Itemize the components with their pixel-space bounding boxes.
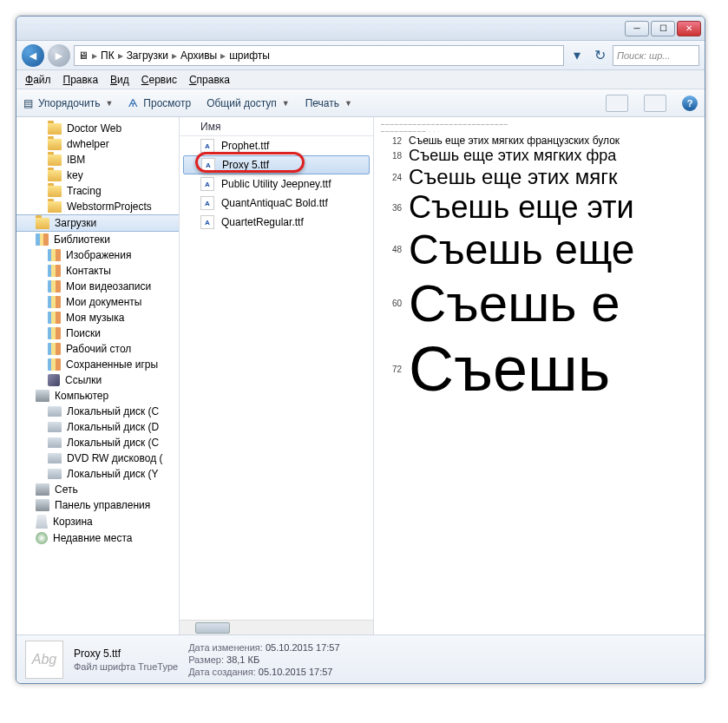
tree-item[interactable]: Tracing (16, 183, 179, 199)
organize-icon: ▤ (23, 97, 33, 109)
tree-item[interactable]: Панель управления (16, 497, 179, 513)
lib-icon (48, 280, 61, 292)
crumb-archives[interactable]: Архивы (180, 49, 217, 62)
tree-item-label: key (67, 169, 83, 181)
print-button[interactable]: Печать ▼ (305, 97, 352, 109)
preview-sample-line: 48Съешь еще (374, 226, 705, 273)
preview-sample-text: Съешь еще этих мягких фра (409, 147, 616, 165)
share-button[interactable]: Общий доступ ▼ (207, 97, 290, 109)
crumb-fonts[interactable]: шрифты (229, 49, 270, 62)
tree-item[interactable]: Сохраненные игры (16, 357, 179, 372)
preview-sample-text: Съешь еще (409, 226, 635, 273)
menu-edit[interactable]: Правка (63, 74, 99, 86)
tree-item[interactable]: Ссылки (16, 372, 179, 388)
file-item[interactable]: APublic Utility Jeepney.ttf (180, 174, 373, 194)
tree-item[interactable]: Загрузки (16, 214, 179, 232)
tree-item[interactable]: WebstormProjects (16, 199, 179, 214)
tree-item[interactable]: dwhelper (16, 136, 179, 152)
history-dropdown[interactable]: ▾ (567, 46, 587, 65)
tree-item[interactable]: Компьютер (16, 388, 179, 404)
organize-label: Упорядочить (38, 97, 100, 109)
menu-tools[interactable]: Сервис (141, 74, 177, 86)
close-button[interactable]: ✕ (677, 21, 701, 36)
tree-item[interactable]: IBM (16, 152, 179, 168)
pc-icon (36, 390, 49, 402)
tree-item[interactable]: Библиотеки (16, 232, 179, 247)
preview-label: Просмотр (143, 97, 191, 109)
preview-size-label: 24 (374, 173, 402, 182)
search-placeholder: Поиск: шр... (617, 50, 670, 61)
crumb-pc[interactable]: ПК (101, 49, 115, 62)
f-icon (48, 139, 62, 150)
tree-item[interactable]: Изображения (16, 247, 179, 263)
scrollbar-thumb[interactable] (195, 622, 230, 634)
tree-item[interactable]: Поиски (16, 325, 179, 341)
pc-icon: 🖥 (78, 49, 89, 62)
details-size-label: Размер: (188, 654, 224, 665)
tree-item-label: dwhelper (67, 138, 109, 150)
details-bar: Abg Proxy 5.ttf Файл шрифта TrueType Дат… (16, 634, 705, 683)
preview-sample-line: 18Съешь еще этих мягких фра (374, 147, 705, 165)
chevron-right-icon: ▸ (172, 49, 177, 62)
file-item[interactable]: AProphet.ttf (180, 136, 373, 155)
forward-button[interactable]: ► (48, 44, 70, 67)
tree-item[interactable]: Сеть (16, 482, 179, 497)
minimize-button[interactable]: ─ (625, 21, 649, 36)
tree-item[interactable]: Корзина (16, 513, 179, 530)
preview-size-label: 72 (374, 365, 402, 374)
tree-item[interactable]: DVD RW дисковод ( (16, 450, 179, 466)
share-label: Общий доступ (207, 97, 277, 109)
crumb-downloads[interactable]: Загрузки (127, 49, 168, 62)
preview-icon: Ѧ (128, 97, 138, 109)
tree-item[interactable]: Локальный диск (D (16, 419, 179, 435)
chevron-right-icon: ▸ (118, 49, 123, 62)
tree-item-label: Корзина (53, 516, 93, 528)
tree-item[interactable]: Контакты (16, 263, 179, 279)
preview-pane-button[interactable] (644, 95, 666, 112)
tree-item[interactable]: Локальный диск (Y (16, 466, 179, 482)
search-input[interactable]: Поиск: шр... (613, 45, 699, 66)
menu-help[interactable]: Справка (189, 74, 230, 86)
details-filename: Proxy 5.ttf (74, 647, 178, 660)
file-item[interactable]: AQuartetRegular.ttf (180, 213, 373, 232)
preview-size-label: 12 (374, 136, 402, 146)
tree-item[interactable]: Недавние места (16, 530, 179, 546)
f-icon (36, 218, 49, 229)
help-button[interactable]: ? (682, 95, 698, 111)
tree-item[interactable]: Локальный диск (С (16, 435, 179, 450)
preview-size-label: 60 (374, 299, 402, 308)
lib-icon (48, 249, 61, 261)
tree-item[interactable]: Мои видеозаписи (16, 279, 179, 294)
tree-item-label: Изображения (66, 249, 131, 261)
tree-item[interactable]: Doctor Web (16, 121, 179, 136)
details-mod-label: Дата изменения: (188, 642, 263, 653)
menu-file[interactable]: Файл (25, 74, 51, 86)
file-item[interactable]: AProxy 5.ttf (183, 155, 370, 174)
file-name: Public Utility Jeepney.ttf (221, 178, 331, 190)
chevron-right-icon: ▸ (220, 49, 226, 62)
preview-charset-row: ──────────────────────────── (374, 121, 705, 128)
organize-button[interactable]: ▤ Упорядочить ▼ (23, 97, 113, 109)
menu-bar: Файл Правка Вид Сервис Справка (16, 70, 705, 89)
tree-item-label: Сеть (55, 483, 78, 496)
font-file-icon: A (200, 177, 214, 191)
tree-item[interactable]: Мои документы (16, 294, 179, 310)
menu-view[interactable]: Вид (110, 74, 129, 86)
tree-item-label: Сохраненные игры (66, 358, 158, 371)
file-item[interactable]: AQuantAntiquaC Bold.ttf (180, 194, 373, 213)
view-mode-button[interactable] (606, 95, 628, 112)
maximize-button[interactable]: ☐ (651, 21, 675, 36)
column-header-name[interactable]: Имя (180, 117, 373, 136)
preview-button[interactable]: Ѧ Просмотр (128, 97, 191, 109)
tree-item[interactable]: key (16, 168, 179, 183)
tree-item[interactable]: Локальный диск (C (16, 404, 179, 419)
preview-sample-text: Съешь еще эти (409, 189, 634, 226)
refresh-button[interactable]: ↻ (590, 46, 609, 65)
back-button[interactable]: ◄ (22, 44, 44, 67)
tree-item[interactable]: Моя музыка (16, 310, 179, 325)
tree-item[interactable]: Рабочий стол (16, 341, 179, 357)
horizontal-scrollbar[interactable] (180, 620, 373, 634)
nav-tree[interactable]: Doctor WebdwhelperIBMkeyTracingWebstormP… (16, 117, 180, 634)
address-bar[interactable]: 🖥 ▸ ПК ▸ Загрузки ▸ Архивы ▸ шрифты (74, 45, 564, 66)
preview-pane: ──────────────────────────── ────────── … (374, 117, 705, 634)
